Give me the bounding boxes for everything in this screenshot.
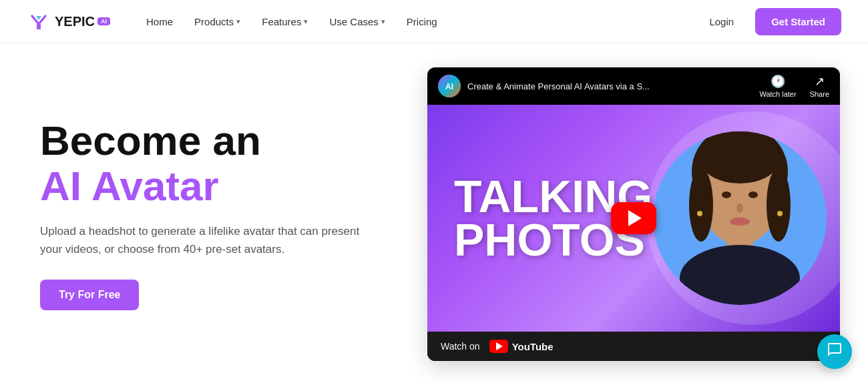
watch-later-button[interactable]: 🕐 Watch later — [759, 74, 796, 98]
logo-name: YEPIC — [55, 14, 95, 29]
nav-right: Login Get Started — [698, 8, 841, 35]
nav-features[interactable]: Features ▾ — [252, 11, 317, 33]
chat-icon — [827, 342, 843, 362]
navbar: YEPIC AI Home Products ▾ Features ▾ Use … — [0, 0, 868, 43]
channel-avatar: AI — [438, 75, 461, 97]
hero-title-line2: AI Avatar — [40, 163, 374, 209]
nav-home-label: Home — [146, 16, 173, 27]
nav-features-label: Features — [262, 16, 301, 27]
use-cases-chevron-icon: ▾ — [381, 17, 385, 26]
svg-point-8 — [689, 168, 713, 242]
person-avatar-circle — [653, 131, 827, 305]
login-button[interactable]: Login — [698, 11, 744, 33]
nav-links: Home Products ▾ Features ▾ Use Cases ▾ P… — [137, 11, 698, 33]
logo[interactable]: YEPIC AI — [27, 9, 110, 33]
hero-section: Become an AI Avatar Upload a headshot to… — [40, 118, 374, 311]
try-for-free-button[interactable]: Try For Free — [40, 280, 139, 310]
products-chevron-icon: ▾ — [236, 17, 240, 26]
svg-point-9 — [767, 168, 791, 242]
chat-bubble-button[interactable] — [817, 334, 852, 369]
logo-ai-badge: AI — [97, 17, 110, 25]
play-button[interactable] — [611, 202, 656, 234]
share-button[interactable]: ↗ Share — [810, 74, 829, 98]
share-label: Share — [810, 90, 829, 98]
svg-point-15 — [697, 211, 702, 216]
watch-on-text: Watch on — [441, 341, 480, 352]
share-icon: ↗ — [815, 74, 825, 89]
hero-description: Upload a headshot to generate a lifelike… — [40, 222, 374, 258]
play-btn-bg[interactable] — [611, 202, 656, 234]
youtube-play-triangle — [496, 342, 503, 350]
get-started-button[interactable]: Get Started — [755, 8, 841, 35]
svg-point-11 — [722, 191, 731, 198]
features-chevron-icon: ▾ — [304, 17, 308, 26]
svg-rect-0 — [27, 9, 51, 33]
hero-title-line1: Become an — [40, 118, 374, 163]
nav-pricing[interactable]: Pricing — [397, 11, 447, 33]
video-top-bar: AI Create & Animate Personal AI Avatars … — [427, 67, 840, 105]
nav-use-cases-label: Use Cases — [329, 16, 378, 27]
nav-use-cases[interactable]: Use Cases ▾ — [320, 11, 394, 33]
nav-products-label: Products — [194, 16, 234, 27]
video-thumbnail[interactable]: TALKING PHOTOS — [427, 105, 840, 332]
video-bottom-bar: Watch on YouTube — [427, 332, 840, 361]
svg-point-14 — [730, 218, 750, 226]
video-title-row: AI Create & Animate Personal AI Avatars … — [438, 75, 759, 97]
svg-rect-1 — [37, 24, 41, 29]
svg-point-10 — [698, 131, 781, 183]
clock-icon: 🕐 — [771, 74, 785, 89]
nav-products[interactable]: Products ▾ — [185, 11, 250, 33]
svg-point-13 — [736, 204, 743, 213]
svg-text:AI: AI — [445, 82, 453, 91]
video-card: AI Create & Animate Personal AI Avatars … — [427, 67, 840, 361]
nav-pricing-label: Pricing — [407, 16, 437, 27]
video-actions: 🕐 Watch later ↗ Share — [759, 74, 829, 98]
svg-point-16 — [777, 211, 783, 216]
video-title: Create & Animate Personal AI Avatars via… — [467, 81, 650, 91]
main-content: Become an AI Avatar Upload a headshot to… — [0, 43, 868, 385]
youtube-label: YouTube — [512, 341, 554, 352]
yepic-logo-icon — [27, 9, 51, 33]
watch-later-label: Watch later — [759, 90, 796, 98]
svg-point-12 — [748, 191, 758, 198]
youtube-play-icon — [489, 340, 508, 353]
play-triangle-icon — [628, 210, 642, 226]
youtube-logo[interactable]: YouTube — [489, 340, 554, 353]
nav-home[interactable]: Home — [137, 11, 182, 33]
